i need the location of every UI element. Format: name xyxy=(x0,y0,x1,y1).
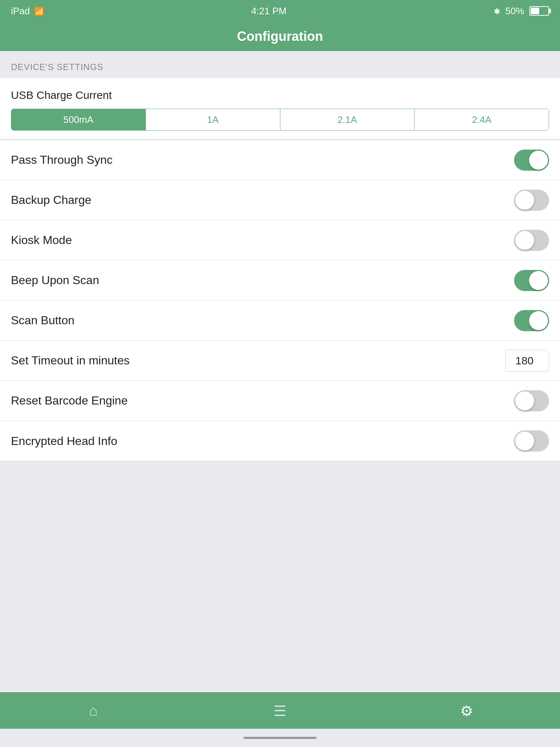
home-bar xyxy=(244,737,316,739)
backup-charge-toggle[interactable] xyxy=(514,190,549,211)
page-title: Configuration xyxy=(237,29,323,44)
scan-button-slider xyxy=(514,310,549,331)
list-icon: ☰ xyxy=(273,703,287,719)
tab-home[interactable]: ⌂ xyxy=(0,693,187,729)
settings-group: Pass Through Sync Backup Charge Kiosk Mo… xyxy=(0,140,560,461)
kiosk-mode-toggle[interactable] xyxy=(514,230,549,251)
timeout-label: Set Timeout in minutes xyxy=(11,354,129,367)
reset-barcode-toggle[interactable] xyxy=(514,390,549,411)
device-name: iPad xyxy=(11,5,30,17)
beep-upon-scan-toggle[interactable] xyxy=(514,270,549,291)
segment-2-1a[interactable]: 2.1A xyxy=(280,109,415,130)
battery-container xyxy=(529,6,549,16)
beep-upon-scan-label: Beep Upon Scan xyxy=(11,274,99,287)
encrypted-head-label: Encrypted Head Info xyxy=(11,434,117,448)
status-left: iPad xyxy=(11,5,44,17)
reset-barcode-slider xyxy=(514,390,549,411)
wifi-icon xyxy=(34,5,44,17)
nav-header: Configuration xyxy=(0,22,560,51)
backup-charge-label: Backup Charge xyxy=(11,193,92,207)
usb-charge-section: USB Charge Current 500mA 1A 2.1A 2.4A xyxy=(0,78,560,140)
battery-fill xyxy=(531,8,539,14)
section-header: DEVICE'S SETTINGS xyxy=(0,51,560,78)
usb-charge-segment[interactable]: 500mA 1A 2.1A 2.4A xyxy=(11,109,549,131)
segment-2-4a[interactable]: 2.4A xyxy=(415,109,549,130)
setting-row-backup-charge: Backup Charge xyxy=(0,180,560,220)
setting-row-pass-through-sync: Pass Through Sync xyxy=(0,140,560,180)
status-right: 50% xyxy=(494,5,549,17)
pass-through-sync-slider xyxy=(514,150,549,171)
home-indicator-area xyxy=(0,729,560,747)
reset-barcode-label: Reset Barcode Engine xyxy=(11,394,128,407)
gear-icon: ⚙ xyxy=(460,703,473,719)
scan-button-toggle[interactable] xyxy=(514,310,549,331)
setting-row-kiosk-mode: Kiosk Mode xyxy=(0,220,560,260)
status-time: 4:21 PM xyxy=(251,5,287,17)
setting-row-beep-upon-scan: Beep Upon Scan xyxy=(0,260,560,301)
segment-500ma[interactable]: 500mA xyxy=(11,109,146,130)
usb-charge-label: USB Charge Current xyxy=(11,89,549,101)
kiosk-mode-label: Kiosk Mode xyxy=(11,233,72,247)
tab-list[interactable]: ☰ xyxy=(187,693,373,729)
setting-row-encrypted-head: Encrypted Head Info xyxy=(0,421,560,461)
scan-button-label: Scan Button xyxy=(11,314,74,327)
content-area: DEVICE'S SETTINGS USB Charge Current 500… xyxy=(0,51,560,577)
setting-row-reset-barcode: Reset Barcode Engine xyxy=(0,381,560,421)
segment-1a[interactable]: 1A xyxy=(146,109,280,130)
tab-settings[interactable]: ⚙ xyxy=(373,693,560,729)
timeout-input[interactable] xyxy=(505,350,549,372)
beep-upon-scan-slider xyxy=(514,270,549,291)
setting-row-scan-button: Scan Button xyxy=(0,301,560,341)
tab-bar: ⌂ ☰ ⚙ xyxy=(0,692,560,729)
encrypted-head-toggle[interactable] xyxy=(514,430,549,452)
pass-through-sync-toggle[interactable] xyxy=(514,150,549,171)
battery-bar xyxy=(529,6,549,16)
status-bar: iPad 4:21 PM 50% xyxy=(0,0,560,22)
bluetooth-icon xyxy=(494,5,500,17)
kiosk-mode-slider xyxy=(514,230,549,251)
content-spacer xyxy=(0,577,560,693)
backup-charge-slider xyxy=(514,190,549,211)
battery-percent: 50% xyxy=(505,5,524,17)
home-icon: ⌂ xyxy=(89,703,98,719)
encrypted-head-slider xyxy=(514,430,549,452)
pass-through-sync-label: Pass Through Sync xyxy=(11,153,113,167)
setting-row-timeout: Set Timeout in minutes xyxy=(0,341,560,381)
